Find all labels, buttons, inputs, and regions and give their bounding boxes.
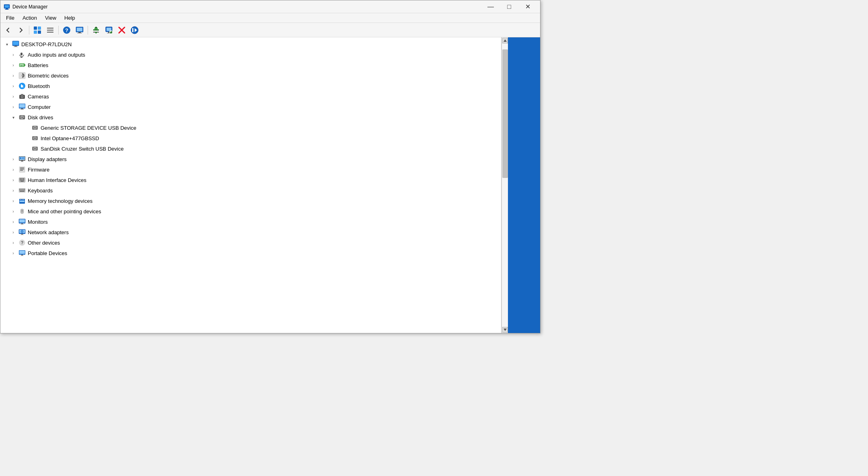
tree-item-sandisk[interactable]: › SanDisk Cruzer Switch USB Device [0,143,501,154]
enable-device-button[interactable] [129,25,141,36]
svg-text:+–: +– [20,64,24,67]
help-button[interactable]: ? [61,25,73,36]
tree-item-bluetooth[interactable]: › Bluetooth [0,81,501,91]
tree-root[interactable]: ▾ DESKTOP-R7LDU2N [0,39,501,49]
hidden-devices-button[interactable] [74,25,86,36]
scan-changes-button[interactable] [103,25,115,36]
biometric-expand-btn[interactable]: › [10,72,16,79]
audio-expand-btn[interactable]: › [10,51,16,58]
svg-rect-108 [19,219,25,223]
cameras-expand-btn[interactable]: › [10,93,16,100]
other-label: Other devices [28,240,60,246]
tree-item-firmware[interactable]: › Firmware [0,164,501,175]
view-type-button[interactable] [31,25,43,36]
mice-expand-btn[interactable]: › [10,208,16,215]
scroll-down-button[interactable] [502,327,508,333]
tree-item-audio[interactable]: › Audio inputs and outputs [0,49,501,60]
forward-icon [17,27,25,34]
tree-item-keyboards[interactable]: › [0,185,501,196]
tree-item-monitors[interactable]: › Monitors [0,217,501,227]
firmware-icon [18,165,26,174]
computer-expand-btn[interactable]: › [10,104,16,110]
minimize-button[interactable]: — [481,0,500,13]
scroll-up-button[interactable] [502,38,508,43]
sandisk-icon [31,145,39,153]
intel-label: Intel Optane+477GBSSD [41,135,99,141]
biometric-icon [18,72,26,80]
root-expand-btn[interactable]: ▾ [4,41,10,47]
computer-icon [12,40,20,48]
tree-item-display[interactable]: › Display adapters [0,154,501,164]
menu-action[interactable]: Action [18,13,41,22]
tree-item-computer[interactable]: › Computer [0,102,501,112]
keyboards-expand-btn[interactable]: › [10,187,16,194]
uninstall-button[interactable] [116,25,128,36]
svg-marker-19 [94,27,98,28]
forward-button[interactable] [15,25,27,36]
svg-point-67 [35,148,36,149]
tree-item-biometric[interactable]: › Biometric devices [0,70,501,81]
tree-item-hid[interactable]: › Human Interface Devices [0,175,501,185]
network-expand-btn[interactable]: › [10,229,16,235]
device-tree[interactable]: ▾ DESKTOP-R7LDU2N › [0,37,502,333]
svg-rect-89 [20,189,21,190]
scrollbar[interactable] [502,37,508,333]
svg-text:?: ? [21,240,24,245]
scrollbar-thumb[interactable] [502,49,508,178]
svg-point-57 [22,117,23,118]
tree-item-portable[interactable]: › Portable Devices [0,248,501,258]
tree-item-generic-storage[interactable]: › Generic STORAGE DEVICE USB Device [0,123,501,133]
svg-point-106 [22,210,23,211]
svg-rect-58 [23,118,25,119]
tree-item-disk-drives[interactable]: ▾ Disk drives [0,112,501,123]
svg-rect-101 [22,198,23,200]
svg-rect-100 [20,198,21,200]
tree-item-other[interactable]: › ? Other devices [0,237,501,248]
svg-rect-117 [20,235,24,235]
batteries-expand-btn[interactable]: › [10,62,16,68]
disk-expand-btn[interactable]: ▾ [10,114,16,121]
svg-rect-6 [34,31,37,34]
other-expand-btn[interactable]: › [10,239,16,246]
svg-rect-9 [47,30,53,31]
tree-item-intel-optane[interactable]: › Intel Optane+477GBSSD [0,133,501,143]
menu-view[interactable]: View [41,13,60,22]
tree-item-mice[interactable]: › Mice and other pointing devices [0,206,501,217]
svg-text:?: ? [65,27,68,33]
bluetooth-expand-btn[interactable]: › [10,83,16,89]
memory-icon [18,197,26,205]
svg-rect-53 [21,108,23,109]
update-driver-button[interactable] [90,25,102,36]
monitors-expand-btn[interactable]: › [10,219,16,225]
display-expand-btn[interactable]: › [10,156,16,162]
tree-item-network[interactable]: › Network adapters [0,227,501,237]
svg-rect-16 [77,33,82,33]
close-button[interactable]: ✕ [518,0,537,13]
menu-help[interactable]: Help [60,13,79,22]
disk-label: Disk drives [28,114,53,121]
svg-rect-77 [20,169,24,170]
tree-item-cameras[interactable]: › Cameras [0,91,501,102]
svg-rect-8 [47,28,53,29]
back-button[interactable] [2,25,14,36]
tree-item-memory[interactable]: › Memory technology devices [0,196,501,206]
maximize-button[interactable]: □ [500,0,518,13]
memory-expand-btn[interactable]: › [10,198,16,204]
svg-rect-78 [20,170,23,171]
generic-storage-label: Generic STORAGE DEVICE USB Device [41,125,136,131]
audio-icon [18,51,26,59]
menu-file[interactable]: File [2,13,18,22]
svg-rect-102 [23,198,24,200]
svg-rect-7 [38,31,41,34]
hid-expand-btn[interactable]: › [10,177,16,183]
menu-bar: File Action View Help [0,13,540,23]
svg-rect-90 [22,189,23,190]
hid-icon [18,176,26,184]
view-connection-button[interactable] [44,25,56,36]
portable-icon [18,249,26,257]
firmware-expand-btn[interactable]: › [10,166,16,173]
portable-expand-btn[interactable]: › [10,250,16,256]
toolbar: ? [0,23,540,37]
svg-marker-125 [504,329,507,331]
tree-item-batteries[interactable]: › +– Batteries [0,60,501,70]
